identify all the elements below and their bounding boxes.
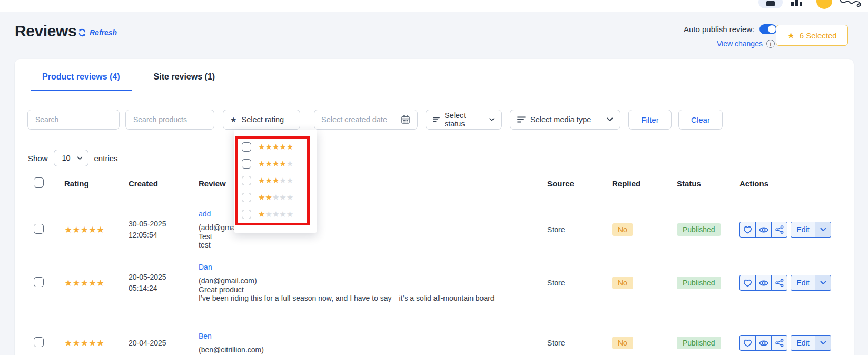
info-icon[interactable]: i — [766, 40, 775, 48]
reviewer-name-link[interactable]: add — [199, 210, 211, 218]
rating-dropdown-highlight: ★★★★★ ★★★★★ ★★★★★ ★★★★★ ★★★★★ — [235, 136, 310, 225]
column-header-rating: Rating — [64, 174, 129, 193]
edit-dropdown-button[interactable] — [815, 222, 831, 238]
entries-row: Show 10 entries — [28, 150, 854, 166]
rating-2-stars: ★★★★★ — [258, 193, 293, 202]
filter-lines-icon — [433, 116, 440, 123]
row-rating-stars: ★★★★★ — [64, 226, 104, 234]
column-header-created: Created — [129, 174, 199, 193]
view-button[interactable] — [755, 335, 772, 351]
select-media-type-dropdown[interactable]: Select media type — [510, 110, 620, 130]
column-header-status: Status — [677, 174, 739, 193]
table-row: ★★★★★ 30-05-2025 12:05:54 add (add@gmail… — [34, 193, 834, 253]
toggle-knob — [768, 25, 776, 33]
rating-option-2-stars[interactable]: ★★★★★ — [238, 189, 307, 206]
row-source: Store — [547, 253, 612, 313]
rating-3-stars: ★★★★★ — [258, 176, 293, 185]
chevron-down-icon — [820, 341, 826, 345]
select-rating-button[interactable]: ★ Select rating — [223, 110, 300, 130]
row-created-time: 12:05:54 — [129, 230, 199, 241]
filter-button[interactable]: Filter — [628, 110, 672, 130]
avatar[interactable] — [816, 0, 832, 9]
signature-scribble-icon — [839, 0, 866, 11]
reviews-table: Rating Created Review Source Replied Sta… — [34, 174, 834, 355]
chevron-down-icon — [820, 281, 826, 285]
replied-badge: No — [612, 337, 633, 349]
favorite-button[interactable] — [739, 335, 756, 351]
edit-button[interactable]: Edit — [791, 222, 815, 238]
tab-site-reviews[interactable]: Site reviews (1) — [142, 59, 227, 91]
rating-4-stars: ★★★★★ — [258, 159, 293, 169]
rating-2-checkbox[interactable] — [242, 193, 251, 202]
tab-bar: Product reviews (4) Site reviews (1) — [15, 59, 854, 91]
status-badge: Published — [677, 337, 721, 349]
select-created-date-field[interactable]: Select created date — [314, 110, 418, 130]
entries-per-page-select[interactable]: 10 — [54, 150, 88, 166]
rating-option-1-star[interactable]: ★★★★★ — [238, 206, 307, 223]
view-button[interactable] — [755, 222, 772, 238]
select-status-dropdown[interactable]: Select status — [426, 110, 502, 130]
reviewer-name-link[interactable]: Dan — [199, 263, 212, 271]
heart-icon — [743, 279, 752, 287]
bar-chart-icon[interactable] — [791, 0, 802, 6]
rating-1-stars: ★★★★★ — [258, 210, 293, 219]
search-products-input[interactable] — [125, 110, 214, 130]
reviews-card: Product reviews (4) Site reviews (1) ★ S… — [15, 59, 854, 355]
refresh-button[interactable]: Refresh — [78, 28, 117, 37]
calendar-icon — [401, 115, 410, 124]
rating-3-checkbox[interactable] — [242, 176, 251, 185]
tab-product-reviews[interactable]: Product reviews (4) — [31, 59, 132, 91]
row-created-date: 20-04-2025 — [129, 338, 199, 349]
select-rating-label: Select rating — [242, 115, 284, 124]
filter-lines-icon — [517, 116, 526, 123]
rating-5-stars: ★★★★★ — [258, 142, 293, 152]
edit-button[interactable]: Edit — [791, 275, 815, 291]
share-button[interactable] — [771, 335, 787, 351]
rating-option-4-stars[interactable]: ★★★★★ — [238, 155, 307, 172]
rating-4-checkbox[interactable] — [242, 159, 251, 169]
refresh-icon — [78, 28, 86, 37]
star-icon: ★ — [787, 31, 794, 41]
row-created-date: 30-05-2025 — [129, 219, 199, 230]
row-rating-stars: ★★★★★ — [64, 339, 104, 348]
view-changes-link[interactable]: View changes — [717, 40, 763, 48]
auto-publish-label: Auto publish review: — [684, 25, 754, 34]
column-header-replied: Replied — [612, 174, 677, 193]
table-row: ★★★★★ 20-05-2025 05:14:24 Dan (dan@gmail… — [34, 253, 834, 313]
clear-button[interactable]: Clear — [678, 110, 723, 130]
share-button[interactable] — [771, 222, 787, 238]
row-checkbox[interactable] — [34, 224, 44, 234]
row-checkbox[interactable] — [34, 277, 44, 287]
table-header-row: Rating Created Review Source Replied Sta… — [34, 174, 834, 193]
selected-reviews-button[interactable]: ★ 6 Selected — [776, 25, 848, 46]
star-icon: ★ — [230, 115, 237, 124]
app-pill-icon[interactable] — [758, 0, 783, 8]
favorite-button[interactable] — [739, 222, 756, 238]
share-button[interactable] — [771, 275, 787, 291]
row-checkbox[interactable] — [34, 337, 44, 347]
favorite-button[interactable] — [739, 275, 756, 291]
chevron-down-icon — [489, 117, 495, 122]
eye-icon — [759, 340, 768, 347]
row-actions: Edit — [739, 222, 834, 238]
rating-option-5-stars[interactable]: ★★★★★ — [238, 139, 307, 155]
rating-1-checkbox[interactable] — [242, 210, 251, 219]
row-rating-stars: ★★★★★ — [64, 279, 104, 288]
review-text: Great productI’ve been riding this for a… — [199, 285, 547, 303]
review-text-line: Great product — [199, 285, 547, 294]
heart-icon — [743, 226, 752, 234]
reviewer-name-link[interactable]: Ben — [199, 332, 212, 340]
select-all-checkbox[interactable] — [34, 178, 44, 188]
auto-publish-toggle[interactable] — [760, 24, 777, 34]
rating-5-checkbox[interactable] — [242, 142, 251, 152]
rating-option-3-stars[interactable]: ★★★★★ — [238, 172, 307, 189]
show-label: Show — [28, 154, 48, 163]
review-text-line: Test — [199, 232, 547, 241]
view-button[interactable] — [755, 275, 772, 291]
edit-button[interactable]: Edit — [791, 335, 815, 351]
edit-dropdown-button[interactable] — [815, 335, 831, 351]
column-header-actions: Actions — [739, 174, 834, 193]
app-glyph — [766, 1, 775, 6]
edit-dropdown-button[interactable] — [815, 275, 831, 291]
search-input[interactable] — [27, 110, 120, 130]
